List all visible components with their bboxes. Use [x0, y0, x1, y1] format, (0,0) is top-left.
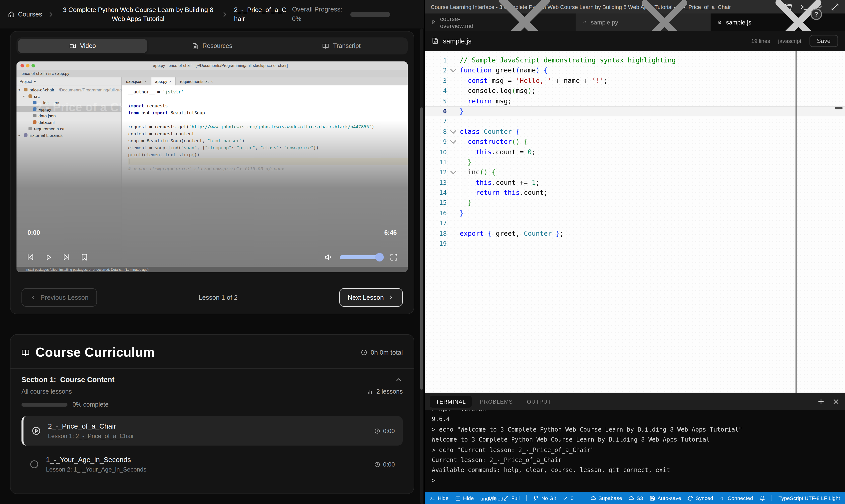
status-item-full[interactable]: Full	[503, 495, 520, 501]
editor-tab-sample.js[interactable]: sample.js	[711, 14, 845, 31]
chevron-up-icon[interactable]	[395, 376, 403, 384]
play-button[interactable]	[45, 253, 52, 261]
next-lesson-button[interactable]: Next Lesson	[339, 288, 403, 307]
tab-video[interactable]: Video	[18, 39, 147, 53]
skip-forward-button[interactable]	[63, 253, 70, 261]
breadcrumb-courses[interactable]: Courses	[8, 11, 42, 18]
fold-icon[interactable]	[447, 66, 460, 76]
volume-slider-thumb[interactable]	[375, 253, 384, 262]
overall-progress-value: 0%	[292, 15, 342, 23]
fold-icon	[447, 76, 460, 86]
overall-progress: Overall Progress: 0%	[292, 5, 342, 23]
volume-slider[interactable]	[340, 255, 383, 259]
cloud-icon	[629, 495, 634, 501]
panel-icon	[455, 495, 460, 501]
code-line[interactable]: 17	[425, 218, 845, 229]
code-line[interactable]: 9 constructor() {	[425, 137, 845, 147]
previous-lesson-button[interactable]: Previous Lesson	[21, 288, 97, 307]
course-content: VideoResourcesTranscript app.py - price-…	[0, 29, 418, 504]
fold-icon[interactable]	[447, 167, 460, 178]
status-item-hide[interactable]: Hide	[455, 495, 474, 501]
overall-progress-label: Overall Progress:	[292, 5, 342, 14]
terminal-tab-output[interactable]: OUTPUT	[521, 396, 558, 408]
video-icon	[69, 43, 76, 49]
line-number: 15	[425, 198, 447, 208]
video-player[interactable]: app.py - price-of-chair - [~/Documents/P…	[17, 61, 408, 272]
code-line[interactable]: 14 return this.count;	[425, 188, 845, 198]
terminal-tab-terminal[interactable]: TERMINAL	[430, 396, 472, 408]
code-line[interactable]: 12 inc() {	[425, 167, 845, 178]
code-line[interactable]: 15 }	[425, 198, 845, 208]
code-line[interactable]: 6}	[425, 106, 845, 116]
tab-resources[interactable]: Resources	[147, 39, 277, 53]
expand-icon	[503, 495, 509, 501]
home-icon	[8, 11, 15, 17]
chevron-right-icon	[47, 10, 55, 18]
editor-tab-course-overview.md[interactable]: course-overview.md	[425, 14, 576, 31]
status-item-synced[interactable]: Synced	[688, 495, 713, 501]
code-line[interactable]: 1// Sample JavaScript demonstrating synt…	[425, 55, 845, 66]
status-item-s3[interactable]: S3	[629, 495, 643, 501]
curriculum-title: Course Curriculum	[35, 345, 155, 360]
line-number: 8	[425, 127, 447, 137]
code-line[interactable]: 3 const msg = 'Hello, ' + name + '!';	[425, 76, 845, 86]
lesson-item[interactable]: 2_-_Price_of_a_ChairLesson 1: 2_-_Price_…	[21, 416, 403, 446]
terminal-header: TERMINALPROBLEMSOUTPUT	[425, 393, 845, 410]
code-line[interactable]: 8class Counter {	[425, 127, 845, 137]
curriculum-card: Course Curriculum 0h 0m total Section 1:…	[10, 334, 414, 494]
status-item[interactable]	[760, 495, 765, 501]
code-line[interactable]: 10 this.count = 0;	[425, 147, 845, 157]
code-line[interactable]: 4 console.log(msg);	[425, 86, 845, 96]
help-button[interactable]: ?	[811, 8, 822, 20]
code-line[interactable]: 11 }	[425, 157, 845, 167]
clock-icon	[374, 428, 380, 434]
status-item-hide[interactable]: Hide	[430, 495, 448, 501]
lesson-item[interactable]: 1_-_Your_Age_in_SecondsLesson 2: 1_-_You…	[21, 450, 403, 479]
left-scrollbar-thumb[interactable]	[420, 107, 423, 390]
fullscreen-button[interactable]	[390, 253, 398, 261]
status-item-0[interactable]: 0	[563, 495, 574, 501]
lesson-title: 1_-_Your_Age_in_Seconds	[46, 455, 367, 464]
terminal-line: > npm --version	[432, 410, 838, 414]
tab-transcript[interactable]: Transcript	[277, 39, 406, 53]
clock-icon	[360, 349, 367, 356]
volume-button[interactable]	[325, 253, 333, 261]
editor-tab-sample.py[interactable]: sample.py	[576, 14, 711, 31]
breadcrumb-course-title: 3 Complete Python Web Course Learn by Bu…	[60, 5, 216, 23]
code-line[interactable]: 7	[425, 116, 845, 127]
status-item-typescript-utf-8-lf-light[interactable]: TypeScript UTF-8 LF Light	[778, 495, 840, 501]
file-text-icon	[192, 43, 198, 49]
status-item-auto-save[interactable]: Auto-save	[650, 495, 681, 501]
editor-filename: sample.js	[443, 37, 472, 45]
code-line[interactable]: 5 return msg;	[425, 96, 845, 106]
new-terminal-icon[interactable]	[817, 398, 825, 406]
breadcrumb-courses-label: Courses	[18, 11, 42, 18]
lesson-subtitle: Lesson 2: 1_-_Your_Age_in_Seconds	[46, 466, 367, 473]
status-item-connected[interactable]: Connected	[720, 495, 753, 501]
terminal-tab-problems[interactable]: PROBLEMS	[474, 396, 519, 408]
status-item-supabase[interactable]: Supabase	[591, 495, 622, 501]
code-line[interactable]: 16}	[425, 208, 845, 218]
code-line[interactable]: 2function greet(name) {	[425, 66, 845, 76]
close-panel-icon[interactable]	[832, 398, 840, 406]
terminal-output[interactable]: > npm --version9.6.4> echo "Welcome to 3…	[425, 410, 845, 492]
status-item-min[interactable]: undefinedMin	[480, 495, 497, 501]
code-line[interactable]: 13 this.count += 1;	[425, 178, 845, 188]
video-controls	[17, 253, 408, 261]
fold-icon	[447, 147, 460, 157]
code-editor[interactable]: 1// Sample JavaScript demonstrating synt…	[425, 51, 845, 393]
skip-back-button[interactable]	[27, 253, 34, 261]
code-line[interactable]: 19	[425, 239, 845, 249]
status-item-no-git[interactable]: No Git	[533, 495, 556, 501]
editor-scroll-marker[interactable]	[835, 107, 843, 109]
fold-icon[interactable]	[447, 137, 460, 147]
fold-icon[interactable]	[447, 127, 460, 137]
divider	[772, 495, 772, 501]
save-button[interactable]: Save	[809, 35, 838, 47]
line-number: 19	[425, 239, 447, 249]
bookmark-button[interactable]	[81, 253, 88, 261]
lesson-title: 2_-_Price_of_a_Chair	[48, 422, 367, 430]
code-line[interactable]: 18export { greet, Counter };	[425, 229, 845, 239]
left-scrollbar[interactable]	[420, 29, 423, 504]
player-tabbar: VideoResourcesTranscript	[17, 37, 408, 54]
